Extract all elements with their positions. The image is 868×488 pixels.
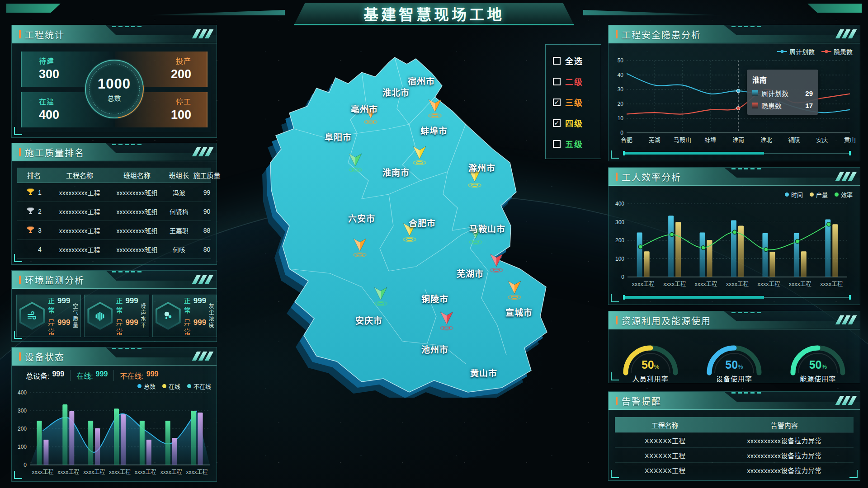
tooltip-series-label: 隐患数: [761, 101, 782, 110]
slider-fill[interactable]: [624, 296, 764, 299]
trophy-placeholder: [26, 245, 35, 253]
map-marker-pin[interactable]: [426, 99, 444, 119]
checkbox-icon[interactable]: [553, 57, 561, 65]
slider-handle-right[interactable]: [849, 295, 851, 300]
page-title: 基建智慧现场工地: [363, 3, 505, 24]
legend-item[interactable]: 时间: [785, 190, 803, 199]
slider-handle-right[interactable]: [849, 151, 851, 155]
header-wing-left: [140, 10, 285, 15]
panel-project-stats-header: 工程统计: [12, 25, 217, 43]
panel-worker-title: 工人效率分析: [616, 168, 681, 186]
team-name: xxxxxxxxx班组: [108, 207, 165, 216]
legend-item[interactable]: 产量: [810, 190, 828, 199]
map-marker-pin[interactable]: [438, 311, 456, 332]
safety-zoom-slider[interactable]: [624, 151, 850, 155]
device-status-chart[interactable]: 0100200300400xxxx工程xxxx工程xxxx工程xxxx工程xxx…: [15, 389, 214, 479]
normal-line: 正常999: [48, 296, 70, 314]
total-ring: 1000 总数: [84, 59, 145, 119]
panel-alarm-list: 告警提醒 工程名称告警内容XXXXXX工程xxxxxxxxxx设备拉力异常XXX…: [608, 391, 860, 481]
map-marker-pin[interactable]: [351, 238, 369, 258]
worker-zoom-slider[interactable]: [624, 295, 850, 300]
hexagon-frame: [156, 302, 181, 330]
filter-label: 五级: [565, 138, 583, 150]
legend-dot: [785, 192, 789, 197]
trophy-icon: [26, 226, 35, 235]
column-header: 排名: [17, 170, 51, 180]
city-label: 铜陵市: [421, 292, 448, 305]
team-leader: 王嘉骐: [165, 226, 193, 235]
map-marker-pin[interactable]: [505, 280, 524, 301]
quality-table: 排名工程名称班组名称班组长施工质量1xxxxxxxxx工程xxxxxxxxx班组…: [17, 168, 211, 259]
svg-text:xxxx工程: xxxx工程: [726, 281, 749, 287]
gauge-unit: %: [821, 363, 827, 370]
filter-option[interactable]: ✓四级: [553, 113, 601, 133]
checkbox-checked-icon[interactable]: ✓: [553, 99, 561, 106]
chevrons-icon: [194, 29, 211, 38]
map-marker-pin[interactable]: [410, 145, 429, 166]
total-label: 总数: [107, 93, 121, 103]
pin-icon: [505, 280, 524, 301]
legend-item[interactable]: 隐患数: [821, 47, 853, 56]
gauge-value: 50%: [809, 358, 827, 371]
alarm-project: XXXXXX工程: [615, 450, 715, 460]
abnormal-line: 异常999: [184, 317, 206, 336]
legend-dot: [810, 192, 814, 197]
checkbox-icon[interactable]: [553, 140, 561, 148]
svg-text:xxxx工程: xxxx工程: [135, 469, 156, 475]
legend-dot: [137, 384, 142, 388]
anhui-province-map[interactable]: [253, 45, 552, 398]
table-row: 1xxxxxxxxx工程xxxxxxxxx班组冯波99: [17, 183, 211, 202]
pin-icon: [487, 253, 505, 274]
abnormal-value: 999: [57, 318, 70, 327]
svg-text:xxxx工程: xxxx工程: [160, 469, 182, 475]
safety-legend: 周计划数隐患数: [777, 47, 853, 56]
map-marker-pin[interactable]: [372, 286, 390, 307]
abnormal-line: 异常999: [116, 317, 138, 336]
abnormal-label: 异常: [48, 317, 55, 336]
panel-project-stats: 工程统计 待建300投产200在建400停工100 1000 总数: [11, 25, 217, 138]
legend-label: 效率: [841, 190, 853, 199]
legend-item[interactable]: 效率: [835, 190, 853, 199]
abnormal-line: 异常999: [48, 317, 70, 336]
map-marker-pin[interactable]: [487, 253, 505, 274]
worker-efficiency-chart[interactable]: 0100200300400xxxx工程xxxx工程xxxx工程xxxx工程xxx…: [612, 199, 857, 290]
noise-icon: [94, 310, 106, 322]
column-header: 工程名称: [615, 420, 715, 430]
checkbox-checked-icon[interactable]: ✓: [553, 119, 561, 127]
svg-text:400: 400: [615, 201, 624, 207]
legend-item[interactable]: 周计划数: [777, 47, 815, 56]
filter-option[interactable]: 二级: [553, 71, 601, 92]
quality-score: 99: [193, 189, 221, 196]
team-leader: 何咳: [165, 245, 193, 254]
alarm-content: xxxxxxxxxx设备拉力异常: [715, 465, 854, 475]
chart-tooltip: 淮南 周计划数29隐患数17: [747, 70, 818, 115]
team-name: xxxxxxxxx班组: [108, 226, 165, 235]
slider-fill[interactable]: [624, 152, 764, 155]
svg-text:400: 400: [18, 389, 27, 396]
column-header: 工程名称: [51, 170, 108, 180]
legend-label: 产量: [816, 190, 828, 199]
slider-handle-left[interactable]: [623, 295, 625, 300]
slider-handle-left[interactable]: [623, 151, 625, 155]
filter-option[interactable]: ✓三级: [553, 92, 601, 113]
quality-score: 90: [193, 208, 221, 215]
normal-line: 正常999: [184, 296, 206, 314]
filter-option[interactable]: 五级: [553, 133, 601, 154]
alarm-content: xxxxxxxxxx设备拉力异常: [715, 450, 854, 460]
chevrons-icon: [838, 396, 854, 405]
device-stat-value: 999: [96, 370, 108, 381]
safety-line-chart[interactable]: 01020304050合肥芜湖马鞍山蚌埠淮南淮北铜陵安庆黄山: [613, 55, 856, 149]
tooltip-row: 隐患数17: [752, 101, 813, 110]
map-marker-pin[interactable]: [346, 153, 364, 174]
svg-text:安庆: 安庆: [816, 136, 828, 143]
quality-table-header: 排名工程名称班组名称班组长施工质量: [17, 168, 211, 183]
panel-environment: 环境监测分析 正常999异常999空气质量正常999异常999噪声水平正常999…: [11, 270, 217, 342]
filter-option[interactable]: 全选: [553, 50, 601, 71]
city-label: 阜阳市: [325, 131, 352, 143]
metric-label: 空气质量: [71, 303, 79, 328]
legend-label: 隐患数: [834, 47, 853, 56]
checkbox-icon[interactable]: [553, 78, 561, 85]
quality-score: 88: [193, 227, 221, 234]
svg-text:300: 300: [615, 219, 624, 225]
normal-label: 正常: [48, 296, 55, 314]
